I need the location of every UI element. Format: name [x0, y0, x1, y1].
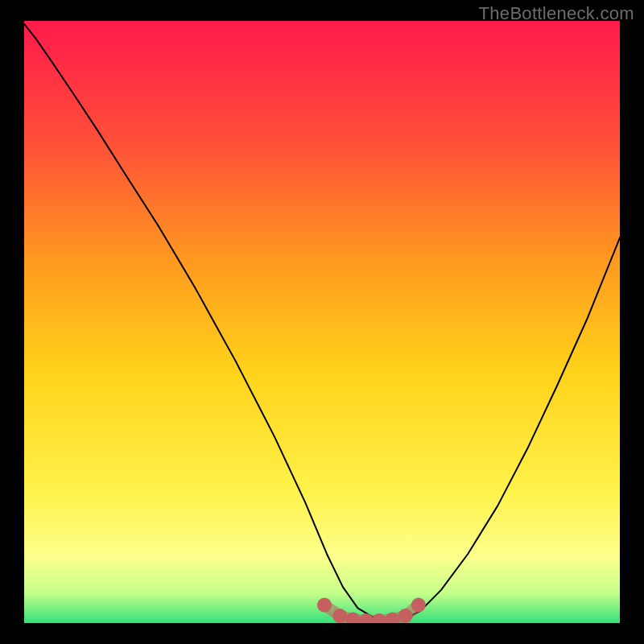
chart-background — [24, 21, 620, 623]
marker-dot — [332, 609, 347, 623]
chart-frame: TheBottleneck.com — [0, 0, 644, 644]
marker-dot — [398, 609, 413, 623]
chart-plot-area — [24, 21, 620, 623]
marker-dot — [317, 598, 332, 613]
chart-svg — [24, 21, 620, 623]
marker-dot — [411, 598, 426, 613]
